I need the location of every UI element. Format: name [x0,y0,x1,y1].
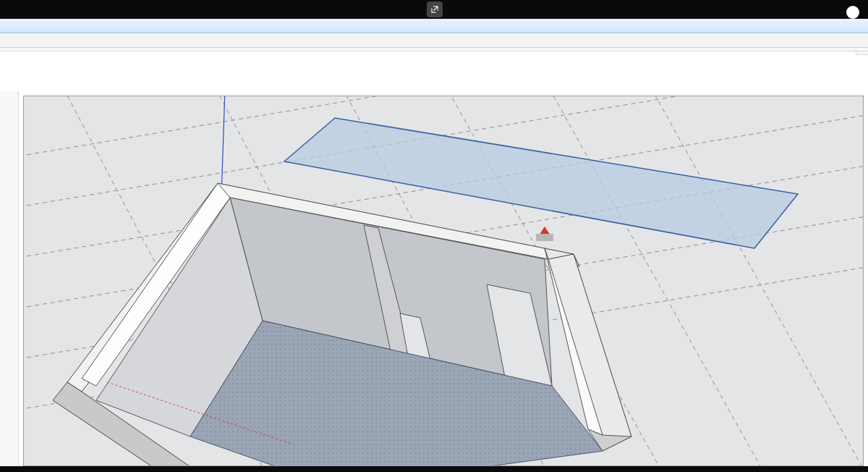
info-icon[interactable] [846,6,859,19]
svg-rect-16 [536,234,553,241]
menubar [0,33,868,48]
toolbar-display-styles [856,51,868,55]
viewport-scene [24,96,863,465]
letterbox-bottom [0,466,868,472]
3d-viewport[interactable] [23,96,864,466]
workspace [0,91,868,466]
window-titlebar [0,19,868,33]
popout-icon[interactable] [427,1,443,17]
app-window [0,19,868,466]
video-frame [0,0,868,472]
toolbar-row2-wrap [0,51,868,55]
side-toolbar-views [0,91,19,466]
